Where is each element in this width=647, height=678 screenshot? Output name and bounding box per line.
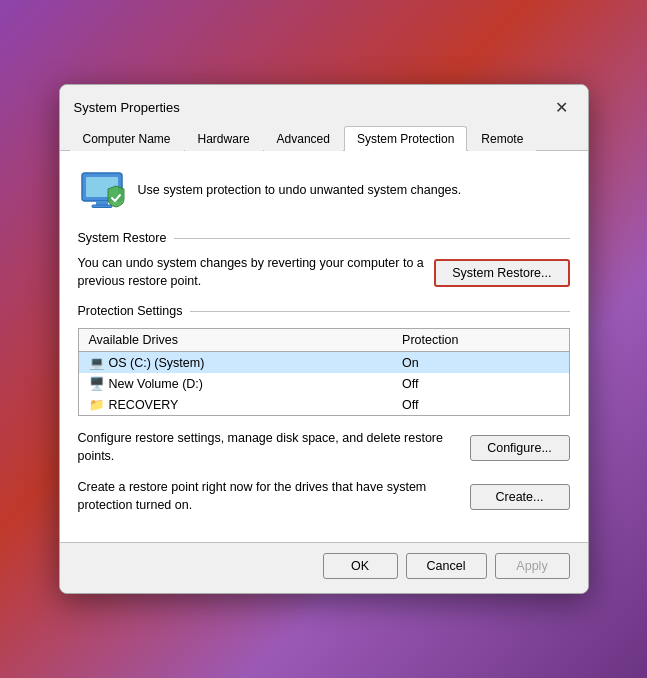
ok-button[interactable]: OK xyxy=(323,553,398,579)
protection-status-cell: Off xyxy=(392,373,569,394)
system-restore-section: System Restore You can undo system chang… xyxy=(78,231,570,290)
protection-settings-section: Protection Settings Available Drives Pro… xyxy=(78,304,570,514)
header-row: Use system protection to undo unwanted s… xyxy=(78,167,570,215)
system-restore-button[interactable]: System Restore... xyxy=(434,259,569,287)
tab-content: Use system protection to undo unwanted s… xyxy=(60,151,588,542)
table-row: 🖥️New Volume (D:)Off xyxy=(78,373,569,394)
svg-rect-2 xyxy=(96,201,108,205)
protection-status-cell: Off xyxy=(392,394,569,416)
drive-name-cell: 💻OS (C:) (System) xyxy=(78,352,392,374)
drive-name-cell: 🖥️New Volume (D:) xyxy=(78,373,392,394)
table-row: 💻OS (C:) (System)On xyxy=(78,352,569,374)
create-description: Create a restore point right now for the… xyxy=(78,479,460,514)
configure-row: Configure restore settings, manage disk … xyxy=(78,430,570,465)
system-restore-header: System Restore xyxy=(78,231,570,245)
shield-icon xyxy=(78,167,126,215)
tabs-container: Computer Name Hardware Advanced System P… xyxy=(60,125,588,151)
section-divider xyxy=(174,238,569,239)
cancel-button[interactable]: Cancel xyxy=(406,553,487,579)
system-restore-title: System Restore xyxy=(78,231,167,245)
svg-rect-3 xyxy=(92,205,112,208)
drives-table: Available Drives Protection 💻OS (C:) (Sy… xyxy=(78,328,570,416)
dialog-title: System Properties xyxy=(74,100,180,115)
create-button[interactable]: Create... xyxy=(470,484,570,510)
title-bar: System Properties ✕ xyxy=(60,85,588,125)
close-button[interactable]: ✕ xyxy=(550,95,574,119)
create-row: Create a restore point right now for the… xyxy=(78,479,570,514)
protection-settings-title: Protection Settings xyxy=(78,304,183,318)
system-properties-dialog: System Properties ✕ Computer Name Hardwa… xyxy=(59,84,589,594)
tab-system-protection[interactable]: System Protection xyxy=(344,126,467,151)
configure-button[interactable]: Configure... xyxy=(470,435,570,461)
configure-description: Configure restore settings, manage disk … xyxy=(78,430,460,465)
protection-status-cell: On xyxy=(392,352,569,374)
footer: OK Cancel Apply xyxy=(60,542,588,593)
drive-name-cell: 📁RECOVERY xyxy=(78,394,392,416)
tab-remote[interactable]: Remote xyxy=(468,126,536,151)
restore-description: You can undo system changes by reverting… xyxy=(78,255,425,290)
col-available-drives: Available Drives xyxy=(78,329,392,352)
protection-settings-header: Protection Settings xyxy=(78,304,570,318)
section-divider-2 xyxy=(190,311,569,312)
drive-icon: 🖥️ xyxy=(89,376,105,391)
col-protection: Protection xyxy=(392,329,569,352)
drive-icon: 📁 xyxy=(89,397,105,412)
tab-hardware[interactable]: Hardware xyxy=(185,126,263,151)
tab-computer-name[interactable]: Computer Name xyxy=(70,126,184,151)
drive-icon: 💻 xyxy=(89,355,105,370)
table-row: 📁RECOVERYOff xyxy=(78,394,569,416)
restore-row: You can undo system changes by reverting… xyxy=(78,255,570,290)
header-description: Use system protection to undo unwanted s… xyxy=(138,182,462,200)
apply-button[interactable]: Apply xyxy=(495,553,570,579)
tab-advanced[interactable]: Advanced xyxy=(264,126,343,151)
